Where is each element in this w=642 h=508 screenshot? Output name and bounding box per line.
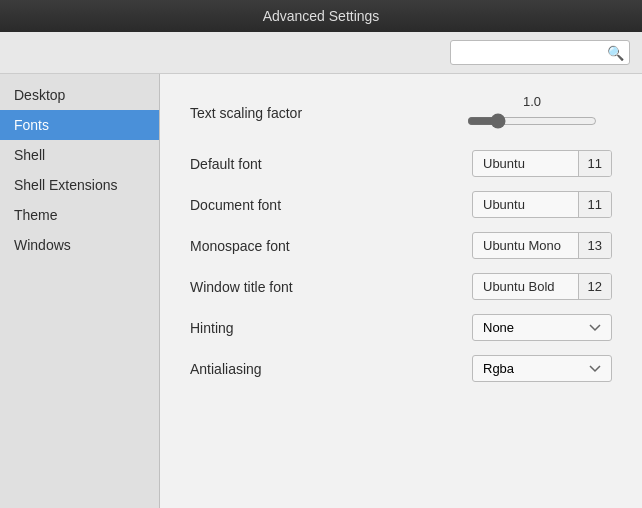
text-scaling-row: Text scaling factor 1.0: [190, 94, 612, 132]
document-font-button[interactable]: Ubuntu 11: [472, 191, 612, 218]
window-title-font-button[interactable]: Ubuntu Bold 12: [472, 273, 612, 300]
title-bar: Advanced Settings: [0, 0, 642, 32]
monospace-font-size: 13: [579, 233, 611, 258]
sidebar: Desktop Fonts Shell Shell Extensions The…: [0, 74, 160, 508]
search-input[interactable]: [450, 40, 630, 65]
text-scaling-slider[interactable]: [467, 113, 597, 129]
slider-wrap: [467, 113, 597, 132]
document-font-name: Ubuntu: [473, 192, 579, 217]
default-font-name: Ubuntu: [473, 151, 579, 176]
content-panel: Text scaling factor 1.0 Default font Ubu…: [160, 74, 642, 508]
antialiasing-row: Antialiasing None Grayscale Rgba: [190, 355, 612, 382]
sidebar-item-shell-extensions[interactable]: Shell Extensions: [0, 170, 159, 200]
monospace-font-label: Monospace font: [190, 238, 472, 254]
sidebar-item-theme[interactable]: Theme: [0, 200, 159, 230]
search-input-wrap: 🔍: [450, 40, 630, 65]
default-font-label: Default font: [190, 156, 472, 172]
sidebar-item-desktop[interactable]: Desktop: [0, 80, 159, 110]
default-font-size: 11: [579, 151, 611, 176]
text-scaling-value: 1.0: [523, 94, 541, 109]
sidebar-item-shell[interactable]: Shell: [0, 140, 159, 170]
search-bar-area: 🔍: [0, 32, 642, 74]
window-title-font-label: Window title font: [190, 279, 472, 295]
default-font-button[interactable]: Ubuntu 11: [472, 150, 612, 177]
window-title-font-row: Window title font Ubuntu Bold 12: [190, 273, 612, 300]
document-font-size: 11: [579, 192, 611, 217]
hinting-label: Hinting: [190, 320, 472, 336]
window-title: Advanced Settings: [263, 8, 380, 24]
main-layout: Desktop Fonts Shell Shell Extensions The…: [0, 74, 642, 508]
document-font-label: Document font: [190, 197, 472, 213]
antialiasing-label: Antialiasing: [190, 361, 472, 377]
antialiasing-select[interactable]: None Grayscale Rgba: [472, 355, 612, 382]
sidebar-item-windows[interactable]: Windows: [0, 230, 159, 260]
hinting-select[interactable]: None Slight Medium Full: [472, 314, 612, 341]
text-scaling-control: 1.0: [452, 94, 612, 132]
document-font-row: Document font Ubuntu 11: [190, 191, 612, 218]
window-title-font-size: 12: [579, 274, 611, 299]
monospace-font-name: Ubuntu Mono: [473, 233, 579, 258]
sidebar-item-fonts[interactable]: Fonts: [0, 110, 159, 140]
window-title-font-name: Ubuntu Bold: [473, 274, 579, 299]
hinting-row: Hinting None Slight Medium Full: [190, 314, 612, 341]
monospace-font-button[interactable]: Ubuntu Mono 13: [472, 232, 612, 259]
text-scaling-label: Text scaling factor: [190, 105, 452, 121]
monospace-font-row: Monospace font Ubuntu Mono 13: [190, 232, 612, 259]
default-font-row: Default font Ubuntu 11: [190, 150, 612, 177]
